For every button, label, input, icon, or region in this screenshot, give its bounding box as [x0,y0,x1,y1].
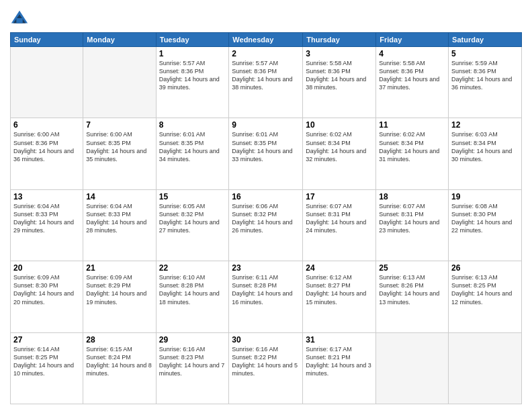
calendar-cell: 14Sunrise: 6:04 AM Sunset: 8:33 PM Dayli… [83,189,156,261]
week-row-5: 27Sunrise: 6:14 AM Sunset: 8:25 PM Dayli… [11,332,522,404]
weekday-header-monday: Monday [83,33,156,47]
day-detail: Sunrise: 5:58 AM Sunset: 8:36 PM Dayligh… [306,59,373,92]
day-number: 9 [232,120,300,130]
calendar-cell: 30Sunrise: 6:16 AM Sunset: 8:22 PM Dayli… [229,332,303,404]
day-number: 30 [232,335,300,345]
week-row-3: 13Sunrise: 6:04 AM Sunset: 8:33 PM Dayli… [11,189,522,261]
calendar-cell: 21Sunrise: 6:09 AM Sunset: 8:29 PM Dayli… [83,261,156,332]
calendar-cell: 16Sunrise: 6:06 AM Sunset: 8:32 PM Dayli… [229,189,303,261]
logo-icon [10,9,29,28]
calendar-cell: 2Sunrise: 5:57 AM Sunset: 8:36 PM Daylig… [229,47,303,118]
calendar-cell: 20Sunrise: 6:09 AM Sunset: 8:30 PM Dayli… [11,261,83,332]
day-number: 3 [306,49,373,58]
day-number: 25 [379,263,445,273]
calendar-page: SundayMondayTuesdayWednesdayThursdayFrid… [0,0,532,411]
calendar-cell: 27Sunrise: 6:14 AM Sunset: 8:25 PM Dayli… [11,332,83,404]
day-detail: Sunrise: 5:58 AM Sunset: 8:36 PM Dayligh… [379,59,445,92]
calendar-cell: 3Sunrise: 5:58 AM Sunset: 8:36 PM Daylig… [303,47,376,118]
day-detail: Sunrise: 6:04 AM Sunset: 8:33 PM Dayligh… [86,202,152,235]
calendar-cell: 8Sunrise: 6:01 AM Sunset: 8:35 PM Daylig… [156,118,229,189]
calendar-cell: 26Sunrise: 6:13 AM Sunset: 8:25 PM Dayli… [449,261,522,332]
calendar-cell: 11Sunrise: 6:02 AM Sunset: 8:34 PM Dayli… [376,118,449,189]
weekday-header-row: SundayMondayTuesdayWednesdayThursdayFrid… [11,33,522,47]
day-detail: Sunrise: 6:00 AM Sunset: 8:36 PM Dayligh… [13,130,80,163]
day-number: 6 [13,120,80,130]
day-detail: Sunrise: 6:00 AM Sunset: 8:35 PM Dayligh… [86,130,152,163]
calendar-table: SundayMondayTuesdayWednesdayThursdayFrid… [10,32,522,404]
calendar-cell: 25Sunrise: 6:13 AM Sunset: 8:26 PM Dayli… [376,261,449,332]
day-number: 14 [86,192,152,201]
day-detail: Sunrise: 6:16 AM Sunset: 8:23 PM Dayligh… [159,345,226,378]
calendar-cell [376,332,449,404]
calendar-cell: 17Sunrise: 6:07 AM Sunset: 8:31 PM Dayli… [303,189,376,261]
day-number: 1 [159,49,226,58]
calendar-cell: 19Sunrise: 6:08 AM Sunset: 8:30 PM Dayli… [449,189,522,261]
day-number: 26 [451,263,519,273]
calendar-cell: 5Sunrise: 5:59 AM Sunset: 8:36 PM Daylig… [449,47,522,118]
week-row-1: 1Sunrise: 5:57 AM Sunset: 8:36 PM Daylig… [11,47,522,118]
day-number: 22 [159,263,226,273]
calendar-cell [83,47,156,118]
day-number: 7 [86,120,152,130]
day-detail: Sunrise: 6:04 AM Sunset: 8:33 PM Dayligh… [13,202,80,235]
weekday-header-saturday: Saturday [449,33,522,47]
logo [10,9,30,28]
weekday-header-sunday: Sunday [11,33,83,47]
day-number: 12 [451,120,519,130]
weekday-header-wednesday: Wednesday [229,33,303,47]
day-number: 29 [159,335,226,345]
day-detail: Sunrise: 6:08 AM Sunset: 8:30 PM Dayligh… [451,202,519,235]
calendar-cell: 13Sunrise: 6:04 AM Sunset: 8:33 PM Dayli… [11,189,83,261]
day-detail: Sunrise: 6:02 AM Sunset: 8:34 PM Dayligh… [306,130,373,163]
day-number: 17 [306,192,373,201]
day-number: 15 [159,192,226,201]
day-number: 13 [13,192,80,201]
calendar-cell: 29Sunrise: 6:16 AM Sunset: 8:23 PM Dayli… [156,332,229,404]
calendar-cell: 22Sunrise: 6:10 AM Sunset: 8:28 PM Dayli… [156,261,229,332]
calendar-cell: 9Sunrise: 6:01 AM Sunset: 8:35 PM Daylig… [229,118,303,189]
calendar-cell: 15Sunrise: 6:05 AM Sunset: 8:32 PM Dayli… [156,189,229,261]
day-number: 18 [379,192,445,201]
day-detail: Sunrise: 6:15 AM Sunset: 8:24 PM Dayligh… [86,345,152,378]
day-detail: Sunrise: 6:07 AM Sunset: 8:31 PM Dayligh… [306,202,373,235]
calendar-cell [11,47,83,118]
day-detail: Sunrise: 5:57 AM Sunset: 8:36 PM Dayligh… [159,59,226,92]
day-detail: Sunrise: 6:13 AM Sunset: 8:26 PM Dayligh… [379,273,445,306]
day-detail: Sunrise: 5:57 AM Sunset: 8:36 PM Dayligh… [232,59,300,92]
day-detail: Sunrise: 6:01 AM Sunset: 8:35 PM Dayligh… [232,130,300,163]
calendar-cell: 10Sunrise: 6:02 AM Sunset: 8:34 PM Dayli… [303,118,376,189]
svg-rect-2 [16,18,22,23]
day-detail: Sunrise: 6:07 AM Sunset: 8:31 PM Dayligh… [379,202,445,235]
day-number: 24 [306,263,373,273]
day-number: 10 [306,120,373,130]
day-detail: Sunrise: 6:13 AM Sunset: 8:25 PM Dayligh… [451,273,519,306]
day-detail: Sunrise: 6:17 AM Sunset: 8:21 PM Dayligh… [306,345,373,378]
day-detail: Sunrise: 6:05 AM Sunset: 8:32 PM Dayligh… [159,202,226,235]
day-number: 5 [451,49,519,58]
day-number: 23 [232,263,300,273]
day-detail: Sunrise: 6:16 AM Sunset: 8:22 PM Dayligh… [232,345,300,378]
weekday-header-tuesday: Tuesday [156,33,229,47]
day-detail: Sunrise: 6:09 AM Sunset: 8:29 PM Dayligh… [86,273,152,306]
day-number: 31 [306,335,373,345]
calendar-cell: 18Sunrise: 6:07 AM Sunset: 8:31 PM Dayli… [376,189,449,261]
day-detail: Sunrise: 6:06 AM Sunset: 8:32 PM Dayligh… [232,202,300,235]
weekday-header-thursday: Thursday [303,33,376,47]
day-number: 20 [13,263,80,273]
day-number: 19 [451,192,519,201]
week-row-4: 20Sunrise: 6:09 AM Sunset: 8:30 PM Dayli… [11,261,522,332]
day-number: 16 [232,192,300,201]
day-detail: Sunrise: 5:59 AM Sunset: 8:36 PM Dayligh… [451,59,519,92]
day-number: 2 [232,49,300,58]
calendar-cell: 31Sunrise: 6:17 AM Sunset: 8:21 PM Dayli… [303,332,376,404]
day-detail: Sunrise: 6:11 AM Sunset: 8:28 PM Dayligh… [232,273,300,306]
calendar-cell: 12Sunrise: 6:03 AM Sunset: 8:34 PM Dayli… [449,118,522,189]
week-row-2: 6Sunrise: 6:00 AM Sunset: 8:36 PM Daylig… [11,118,522,189]
calendar-cell: 24Sunrise: 6:12 AM Sunset: 8:27 PM Dayli… [303,261,376,332]
day-detail: Sunrise: 6:09 AM Sunset: 8:30 PM Dayligh… [13,273,80,306]
calendar-cell: 4Sunrise: 5:58 AM Sunset: 8:36 PM Daylig… [376,47,449,118]
day-detail: Sunrise: 6:12 AM Sunset: 8:27 PM Dayligh… [306,273,373,306]
day-number: 27 [13,335,80,345]
header [10,7,522,28]
calendar-cell: 6Sunrise: 6:00 AM Sunset: 8:36 PM Daylig… [11,118,83,189]
